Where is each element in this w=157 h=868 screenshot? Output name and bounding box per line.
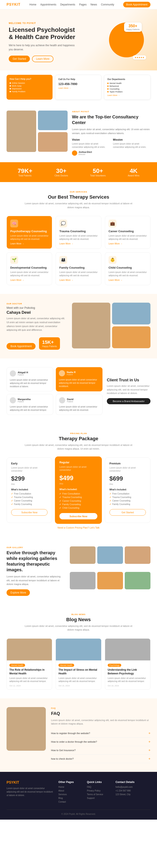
footer-other-pages: Other Pages Home About Services Blog Con… (58, 781, 82, 804)
pricing-early-period: /mo (11, 483, 48, 485)
faq-item-1[interactable]: How to register through the website? + (51, 729, 151, 738)
dot-icon (107, 83, 108, 84)
service-link-developmental[interactable]: Learn More → (10, 279, 24, 281)
service-icon-family: 👨‍👩‍👧 (59, 256, 67, 264)
pricing-item: ✓Child Counseling (60, 507, 97, 509)
info-item-1: Online Session (9, 82, 50, 84)
service-link-child[interactable]: Learn More → (108, 279, 123, 281)
avatar-role: Patient (67, 401, 73, 403)
explore-more-button[interactable]: Explore More (6, 589, 30, 596)
hero-desc: We're here to help you achieve the healt… (9, 43, 78, 52)
avatar-info: Margaretha Patient (18, 398, 31, 403)
nav-item-news[interactable]: News (91, 3, 97, 6)
get-started-button[interactable]: Get Started (9, 56, 30, 62)
doctor-stat-num: 15K+ (42, 339, 57, 345)
service-link-psychotherapy[interactable]: Learn More → (10, 243, 24, 245)
learn-more-button[interactable]: Learn More (32, 56, 53, 62)
blog-image-1 (7, 639, 52, 660)
blog-badge: BLOG NEWS (6, 613, 151, 616)
vision-box: Vision Lorem ipsum dolor sit amet consec… (72, 138, 109, 149)
testimonial-text-nadia: Lorem ipsum dolor sit amet consectetur a… (59, 378, 99, 388)
faq-desc: Lorem ipsum dolor sit amet, consectetur … (51, 718, 151, 725)
blog-cards: Mental Health The Role of Relationships … (6, 639, 151, 690)
book-appointment-doctor-button[interactable]: Book Appointment (6, 343, 35, 349)
footer-about-desc: Lorem ipsum dolor sit amet consectetur a… (6, 787, 53, 797)
blog-desc-2: Lorem ipsum dolor sit amet consectetur a… (58, 677, 98, 683)
blog-post-3[interactable]: Psychology Understanding the Link Betwee… (105, 639, 151, 690)
nav-logo[interactable]: PSYKIT (6, 3, 21, 6)
service-link-trauma[interactable]: Learn More → (59, 243, 73, 245)
blog-post-2[interactable]: Mental Health The Impact of Stress on Me… (56, 639, 101, 690)
footer-logo: PSYKIT (6, 781, 53, 784)
footer-copyright: © 2024 Psykit. All Rights Reserved. (6, 810, 151, 815)
avatar-role: Patient (18, 401, 31, 403)
services-header: OUR SERVICES Our Best Therapy Services L… (6, 191, 151, 209)
nav-item-pages[interactable]: Pages (79, 3, 87, 6)
footer-link-support[interactable]: Support (87, 797, 110, 799)
pricing-item: ✓Free Consultation (60, 492, 97, 495)
footer-link-home[interactable]: Home (58, 786, 82, 788)
hero-badge: WELCOME TO PSYKIT (9, 22, 78, 24)
avatar-name: Joshua Elect (78, 151, 92, 153)
service-link-career[interactable]: Learn More → (108, 243, 123, 245)
nav-item-community[interactable]: Community (101, 3, 114, 6)
stat-awards-num: 4K (128, 167, 139, 175)
footer-link-contact[interactable]: Contact (58, 801, 82, 803)
nav-item-departments[interactable]: Departments (60, 3, 75, 6)
footer-col4-title: Contact Details (116, 781, 151, 784)
about-avatar: Joshua Elect Director (72, 150, 151, 156)
vision-title: Vision (72, 138, 109, 141)
service-icon-developmental: 🌱 (10, 256, 18, 264)
footer-quick-links: Quick Links FAQ Privacy Policy Terms of … (87, 781, 110, 804)
faq-expand-icon-2: + (149, 740, 151, 744)
get-started-premium-button[interactable]: Get Started (109, 509, 146, 516)
pricing-regular-includes: What's Included: (60, 488, 97, 491)
vision-mission: Vision Lorem ipsum dolor sit amet consec… (72, 138, 151, 149)
subscribe-regular-button[interactable]: Subscribe Now (60, 513, 97, 519)
blog-post-1[interactable]: Mental Health The Role of Relationships … (6, 639, 52, 690)
info-card-contact: Call Us For Help 123-456-7890 Learn More… (55, 75, 102, 100)
services-title: Our Best Therapy Services (6, 194, 151, 200)
pricing-early-price: $299 (11, 475, 48, 482)
dept-learn-more[interactable]: Learn More → (107, 94, 147, 96)
pricing-desc: Lorem ipsum dolor sit amet, consectetur … (24, 443, 133, 451)
pricing-custom-link[interactable]: Let's Talk (90, 526, 99, 529)
dept-item-3: Counseling (107, 88, 147, 90)
subscribe-early-button[interactable]: Subscribe Now (11, 509, 48, 516)
book-appointment-button[interactable]: Book Appointment (123, 2, 151, 7)
nav-item-home[interactable]: Home (29, 3, 36, 6)
doctor-image-top (112, 303, 151, 324)
faq-item-2[interactable]: How to order a doctor through the websit… (51, 738, 151, 746)
service-icon-career: 💼 (108, 220, 117, 227)
service-link-family[interactable]: Learn More → (59, 279, 73, 281)
gallery-image-3 (125, 547, 151, 564)
testimonial-david: David Patient Lorem ipsum dolor sit amet… (56, 394, 102, 415)
footer-link-faq[interactable]: FAQ (87, 786, 110, 788)
contact-learn-more[interactable]: Learn More → (58, 87, 98, 89)
dept-item-4: Taylor Problem (107, 91, 147, 93)
nav-item-appointments[interactable]: Appointments (40, 3, 56, 6)
doctor-name: Cahaya Dewi (6, 310, 68, 315)
service-icon-child: 👶 (108, 256, 117, 264)
pricing-item: ✓Free Consultation (11, 493, 48, 495)
stat-volunteers: 50+ Total Volunteers (90, 167, 105, 177)
pricing-item: ✓Family Counseling (60, 503, 97, 506)
doctor-text: OUR DOCTOR Meet with our Psikolog Cahaya… (6, 303, 68, 349)
footer-link-about[interactable]: About (58, 789, 82, 792)
blog-title-2: The Impact of Stress on Mental Health (58, 668, 98, 676)
footer-link-blog[interactable]: Blog (58, 797, 82, 799)
pricing-title: Therapy Package (6, 436, 151, 441)
faq-item-3[interactable]: How to Get Insurance? + (51, 746, 151, 755)
avatar-info: Abigail H Patient (18, 371, 28, 376)
service-desc-career: Lorem ipsum dolor sit amet consectetur a… (108, 234, 147, 241)
doctor-image-tall (72, 303, 110, 348)
dot-icon (107, 86, 108, 87)
become-ambassador-button[interactable]: Become a Brand Ambassador (107, 398, 151, 404)
doctor-images (72, 303, 151, 348)
about-image-bottom-right (38, 132, 68, 152)
footer-link-privacy[interactable]: Privacy Policy (87, 789, 110, 792)
faq-item-4[interactable]: how to check doctor? + (51, 755, 151, 763)
footer-link-terms[interactable]: Terms of Service (87, 793, 110, 796)
stat-volunteers-label: Total Volunteers (90, 175, 105, 177)
footer-link-services[interactable]: Services (58, 793, 82, 796)
